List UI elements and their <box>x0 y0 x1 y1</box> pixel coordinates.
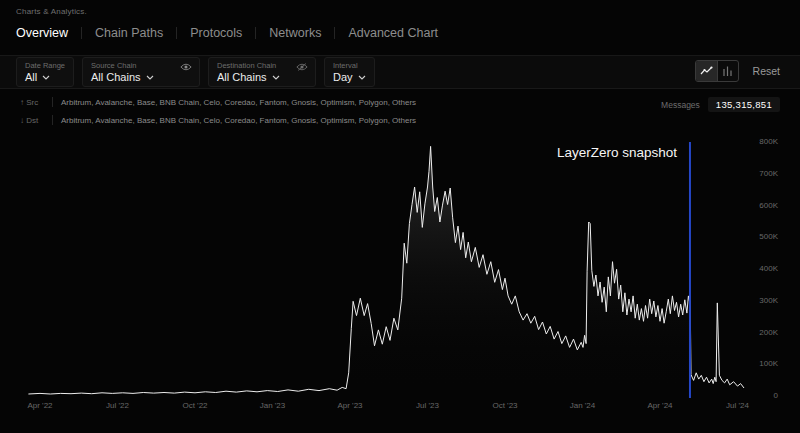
messages-chart[interactable]: LayerZero snapshot 0100K200K300K400K500K… <box>0 138 800 430</box>
chevron-down-icon <box>358 75 366 80</box>
chart-area-fill <box>28 146 744 396</box>
date-range-label: Date Range <box>25 61 65 70</box>
tab-divider <box>81 27 82 39</box>
chart-type-toggle <box>695 60 739 82</box>
chevron-down-icon <box>146 75 154 80</box>
divider <box>52 97 53 107</box>
date-range-value: All <box>25 71 37 83</box>
chevron-down-icon <box>272 75 280 80</box>
chart-canvas[interactable] <box>0 138 800 430</box>
line-chart-icon <box>700 66 713 76</box>
source-chain-dropdown[interactable]: Source Chain All Chains <box>82 57 200 87</box>
destination-chain-label: Destination Chain <box>217 61 289 70</box>
messages-counter: Messages 135,315,851 <box>661 97 780 112</box>
line-chart-toggle-button[interactable] <box>696 61 717 81</box>
tab-divider <box>255 27 256 39</box>
messages-value: 135,315,851 <box>708 97 780 112</box>
tab-divider <box>334 27 335 39</box>
date-range-dropdown[interactable]: Date Range All <box>16 57 74 87</box>
tab-overview[interactable]: Overview <box>16 24 68 42</box>
source-chain-label: Source Chain <box>91 61 173 70</box>
dst-label: ↓ Dst <box>20 116 50 125</box>
bar-chart-toggle-button[interactable] <box>717 61 738 81</box>
tab-advanced-chart[interactable]: Advanced Chart <box>348 24 438 42</box>
destination-chain-dropdown[interactable]: Destination Chain All Chains <box>208 57 316 87</box>
src-chains-list: Arbitrum, Avalanche, Base, BNB Chain, Ce… <box>61 98 416 107</box>
reset-button[interactable]: Reset <box>753 65 780 77</box>
tab-chain-paths[interactable]: Chain Paths <box>95 24 163 42</box>
source-chains-row: ↑ Src Arbitrum, Avalanche, Base, BNB Cha… <box>20 97 416 107</box>
destination-chains-row: ↓ Dst Arbitrum, Avalanche, Base, BNB Cha… <box>20 115 416 125</box>
tab-divider <box>176 27 177 39</box>
section-eyebrow: Charts & Analytics. <box>16 7 87 16</box>
filter-bar: Date Range All Source Chain All Chains D… <box>0 55 800 89</box>
bar-chart-icon <box>722 66 733 76</box>
tab-protocols[interactable]: Protocols <box>190 24 242 42</box>
source-chain-value: All Chains <box>91 71 141 83</box>
chevron-down-icon <box>42 75 50 80</box>
chart-annotation: LayerZero snapshot <box>557 145 677 160</box>
tab-bar: Overview Chain Paths Protocols Networks … <box>16 24 438 42</box>
interval-value: Day <box>333 71 353 83</box>
interval-label: Interval <box>333 61 366 70</box>
eye-icon[interactable] <box>180 62 192 72</box>
chart-controls: Reset <box>695 60 780 82</box>
messages-label: Messages <box>661 100 700 110</box>
interval-dropdown[interactable]: Interval Day <box>324 57 375 87</box>
divider <box>52 115 53 125</box>
dst-chains-list: Arbitrum, Avalanche, Base, BNB Chain, Ce… <box>61 116 416 125</box>
destination-chain-value: All Chains <box>217 71 267 83</box>
eye-off-icon[interactable] <box>296 62 308 72</box>
src-label: ↑ Src <box>20 98 50 107</box>
tab-networks[interactable]: Networks <box>269 24 321 42</box>
